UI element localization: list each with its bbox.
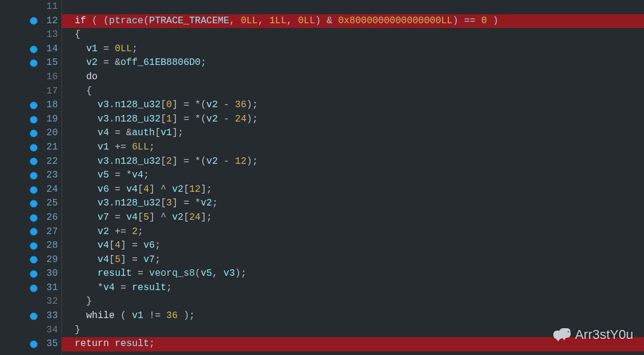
breakpoint-icon[interactable] (30, 341, 38, 348)
code-line[interactable]: } (62, 295, 644, 309)
line-number[interactable]: 17 (0, 85, 61, 99)
token: v5 (98, 170, 109, 180)
token: ptrace (109, 15, 144, 26)
breakpoint-icon[interactable] (30, 200, 38, 208)
code-line[interactable]: v4 = &auth[v1]; (62, 126, 644, 141)
token: . (109, 156, 115, 167)
token: result (98, 268, 132, 279)
token: 0LL (114, 43, 132, 54)
code-line[interactable]: return result; (62, 337, 644, 351)
line-number[interactable]: 28 (0, 239, 61, 253)
token: 36 (235, 99, 246, 110)
code-line[interactable] (62, 0, 644, 14)
code-line[interactable]: } (62, 323, 644, 338)
line-number[interactable]: 21 (0, 141, 61, 155)
code-line[interactable]: v3.n128_u32[1] = *(v2 - 24); (62, 113, 644, 127)
line-number[interactable]: 32 (0, 295, 61, 309)
breakpoint-icon[interactable] (30, 60, 38, 67)
code-line[interactable]: if ( (ptrace(PTRACE_TRACEME, 0LL, 1LL, 0… (62, 14, 644, 29)
code-line[interactable]: v3.n128_u32[3] = *v2; (62, 197, 644, 211)
line-number[interactable]: 25 (0, 197, 61, 211)
token (63, 268, 98, 279)
code-line[interactable]: v1 += 6LL; (62, 141, 644, 155)
line-number[interactable]: 16 (0, 70, 61, 85)
token (63, 127, 98, 138)
line-number[interactable]: 18 (0, 98, 61, 113)
token: ); (246, 114, 258, 124)
line-number[interactable]: 24 (0, 183, 61, 197)
line-number[interactable]: 15 (0, 56, 61, 70)
line-number[interactable]: 26 (0, 211, 61, 225)
line-number[interactable]: 14 (0, 42, 61, 57)
line-number[interactable]: 27 (0, 225, 61, 239)
code-line[interactable]: *v4 = result; (62, 281, 644, 295)
breakpoint-icon[interactable] (30, 242, 38, 250)
breakpoint-icon[interactable] (30, 101, 38, 109)
token: ] = * (172, 198, 200, 208)
token (63, 338, 75, 349)
breakpoint-icon[interactable] (30, 17, 38, 25)
code-line[interactable]: result = veorq_s8(v5, v3); (62, 267, 644, 281)
code-line[interactable]: v6 = v4[4] ^ v2[12]; (62, 183, 644, 197)
code-line[interactable]: v2 += 2; (62, 225, 644, 239)
token: ); (178, 310, 195, 321)
gutter[interactable]: 1112131415161718192021222324252627282930… (0, 0, 62, 355)
token: v4 (126, 212, 138, 223)
breakpoint-icon[interactable] (30, 270, 38, 278)
token: = (114, 282, 132, 293)
line-number[interactable]: 12 (0, 14, 61, 29)
token: 4 (114, 240, 120, 251)
code-line[interactable]: { (62, 28, 644, 42)
code-line[interactable]: v4[5] = v7; (62, 253, 644, 267)
token: 1LL (270, 15, 287, 26)
breakpoint-icon[interactable] (30, 256, 38, 264)
line-number[interactable]: 20 (0, 126, 61, 141)
line-number[interactable]: 31 (0, 281, 61, 295)
token: 0LL (298, 15, 315, 26)
line-number[interactable]: 34 (0, 323, 61, 338)
line-number[interactable]: 30 (0, 267, 61, 281)
breakpoint-icon[interactable] (30, 228, 38, 236)
code-line[interactable]: v7 = v4[5] ^ v2[24]; (62, 211, 644, 225)
code-line[interactable]: v5 = *v4; (62, 169, 644, 183)
code-line[interactable]: v3.n128_u32[0] = *(v2 - 36); (62, 98, 644, 113)
breakpoint-icon[interactable] (30, 130, 38, 138)
breakpoint-icon[interactable] (30, 186, 38, 194)
line-number[interactable]: 35 (0, 337, 61, 351)
token: [ (184, 184, 190, 195)
code-line[interactable]: v1 = 0LL; (62, 42, 644, 57)
breakpoint-icon[interactable] (30, 172, 38, 179)
code-line[interactable]: v2 = &off_61EB8806D0; (62, 56, 644, 70)
line-number[interactable]: 23 (0, 169, 61, 183)
breakpoint-icon[interactable] (30, 214, 38, 222)
breakpoint-icon[interactable] (30, 312, 38, 320)
code-area[interactable]: if ( (ptrace(PTRACE_TRACEME, 0LL, 1LL, 0… (62, 0, 644, 355)
token: , (286, 15, 298, 26)
code-line[interactable]: v3.n128_u32[2] = *(v2 - 12); (62, 155, 644, 169)
line-number[interactable]: 19 (0, 113, 61, 127)
breakpoint-icon[interactable] (30, 144, 38, 151)
token: 24 (189, 212, 200, 223)
code-line[interactable]: while ( v1 != 36 ); (62, 309, 644, 323)
token: , (229, 15, 240, 26)
line-number[interactable]: 22 (0, 155, 61, 169)
token: 12 (189, 184, 200, 195)
token: ) & (315, 15, 338, 26)
code-line[interactable]: do (62, 70, 644, 85)
token: 3 (166, 198, 172, 208)
line-number[interactable]: 13 (0, 28, 61, 42)
breakpoint-icon[interactable] (30, 284, 38, 292)
line-number[interactable]: 29 (0, 253, 61, 267)
breakpoint-icon[interactable] (30, 116, 38, 123)
code-line[interactable]: v4[4] = v6; (62, 239, 644, 253)
token: v4 (98, 127, 109, 138)
token: v3 (224, 268, 235, 279)
breakpoint-icon[interactable] (30, 45, 38, 53)
breakpoint-icon[interactable] (30, 158, 38, 166)
code-editor[interactable]: 1112131415161718192021222324252627282930… (0, 0, 644, 355)
token: ); (246, 99, 258, 110)
line-number[interactable]: 11 (0, 0, 61, 14)
token: { (63, 86, 92, 96)
code-line[interactable]: { (62, 85, 644, 99)
line-number[interactable]: 33 (0, 309, 61, 323)
